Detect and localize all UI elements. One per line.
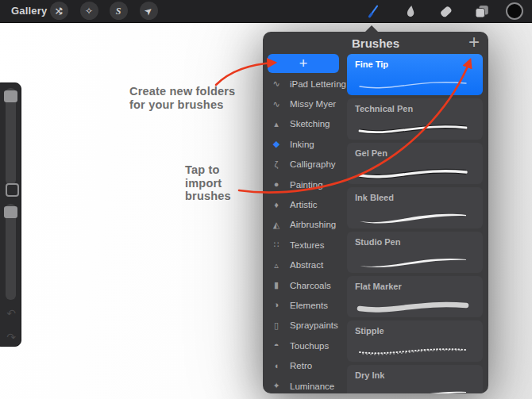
category-icon: ◑ [263, 301, 290, 309]
brush-card[interactable]: Dry Ink [347, 365, 483, 393]
brush-name: Studio Pen [355, 237, 400, 247]
category-icon: ∷ [263, 240, 290, 249]
category-label: iPad Lettering [290, 79, 346, 89]
brush-category-item[interactable]: ∷ Textures [263, 235, 347, 255]
category-label: Missy Myer [290, 99, 336, 109]
category-icon: ζ [263, 160, 290, 169]
brush-card[interactable]: Flat Marker [347, 276, 483, 317]
tool-icon: ✧ [85, 6, 93, 16]
brush-category-item[interactable]: ζ Calligraphy [263, 155, 347, 175]
category-label: Calligraphy [290, 159, 336, 169]
category-label: Elements [290, 301, 328, 310]
category-icon: ▮ [263, 281, 290, 290]
opacity-slider-handle[interactable] [4, 206, 17, 218]
brush-icon [364, 2, 382, 20]
brush-name: Stipple [355, 326, 384, 336]
category-label: Touchups [290, 341, 329, 351]
brush-sidebar: ↶ ↷ [0, 82, 21, 347]
brush-stroke-preview [353, 296, 472, 317]
category-icon: ♦ [263, 201, 290, 209]
undo-icon[interactable]: ↶ [2, 307, 20, 320]
size-slider-handle[interactable] [4, 90, 17, 102]
category-icon: ∿ [263, 100, 290, 109]
brush-name: Flat Marker [355, 282, 402, 291]
brush-card[interactable]: Technical Pen [347, 98, 483, 140]
eraser-tool-button[interactable] [436, 2, 455, 21]
brush-name: Dry Ink [355, 370, 384, 380]
brush-stroke-preview [353, 340, 472, 361]
tool-icon: ➤ [142, 5, 154, 17]
brush-category-list: ∿ iPad Lettering ∿ Missy Myer ▴ Sketchin… [263, 74, 347, 393]
color-tool-button[interactable] [506, 2, 523, 20]
category-icon: ◆ [263, 140, 290, 148]
brushes-panel: Brushes + + ∿ iPad Lettering ∿ Missy Mye… [263, 32, 488, 393]
category-icon: ∿ [263, 79, 290, 88]
brush-card[interactable]: Gel Pen [347, 143, 483, 184]
brush-stroke-preview [353, 118, 472, 139]
import-brush-plus-button[interactable]: + [468, 32, 480, 53]
annotation-line: Tap to [185, 163, 231, 177]
brush-category-item[interactable]: ▮ Charcoals [263, 275, 347, 295]
category-icon: ▴ [263, 120, 290, 129]
annotation-line: brushes [185, 190, 231, 203]
toolbar-tool-button[interactable]: ➤ [140, 2, 158, 20]
top-toolbar: Gallery ⚒ ✧ S ➤ [0, 0, 532, 23]
brush-category-item[interactable]: ▯ Spraypaints [263, 316, 347, 336]
category-icon: ● [263, 180, 290, 189]
brush-category-item[interactable]: ◑ Elements [263, 295, 347, 315]
panel-title: Brushes [263, 36, 488, 50]
category-label: Inking [290, 140, 314, 149]
category-label: Airbrushing [290, 220, 336, 229]
brush-list: Fine Tip Technical Pen Gel Pen Ink Bleed… [347, 54, 483, 393]
brush-card[interactable]: Fine Tip [347, 54, 483, 95]
layers-icon [473, 3, 490, 20]
new-folder-button[interactable]: + [268, 54, 339, 73]
brush-category-item[interactable]: ▵ Abstract [263, 255, 347, 275]
annotation-line: import [185, 177, 231, 190]
layers-tool-button[interactable] [472, 2, 491, 21]
toolbar-tool-button[interactable]: ✧ [80, 2, 98, 20]
category-label: Artistic [290, 200, 318, 209]
tool-icon: S [116, 6, 121, 16]
tap-import-annotation: Tap to import brushes [185, 163, 231, 203]
category-label: Textures [290, 240, 324, 250]
plus-icon: + [299, 56, 308, 71]
brush-category-item[interactable]: ∿ Missy Myer [263, 94, 347, 113]
brush-category-item[interactable]: ∿ iPad Lettering [263, 74, 347, 94]
brush-card[interactable]: Studio Pen [347, 232, 483, 273]
smudge-icon [402, 3, 418, 20]
brush-category-item[interactable]: ◭ Airbrushing [263, 215, 347, 235]
toolbar-tool-button[interactable]: S [110, 2, 128, 20]
category-label: Abstract [290, 260, 323, 270]
category-icon: ▯ [263, 321, 290, 330]
brush-category-item[interactable]: ▴ Sketching [263, 114, 347, 134]
category-label: Spraypaints [290, 320, 338, 330]
category-label: Retro [290, 361, 312, 370]
brush-tool-button[interactable] [364, 2, 383, 21]
toolbar-tool-button[interactable]: ⚒ [50, 2, 68, 20]
brush-category-item[interactable]: ● Painting [263, 175, 347, 194]
size-slider[interactable] [6, 88, 16, 185]
opacity-slider[interactable] [6, 204, 16, 300]
brush-name: Ink Bleed [355, 193, 394, 202]
modify-button[interactable] [6, 183, 19, 197]
smudge-tool-button[interactable] [400, 2, 419, 21]
annotation-line: for your brushes [129, 98, 235, 112]
category-label: Painting [290, 180, 323, 190]
procreate-app: Gallery ⚒ ✧ S ➤ [0, 0, 532, 399]
brush-card[interactable]: Ink Bleed [347, 187, 483, 228]
redo-icon[interactable]: ↷ [2, 331, 20, 343]
brush-category-item[interactable]: ✦ Luminance [263, 376, 347, 393]
category-icon: ✦ [263, 382, 290, 390]
brush-category-item[interactable]: ◖ Retro [263, 355, 347, 375]
brush-category-item[interactable]: ◆ Inking [263, 134, 347, 154]
gallery-button[interactable]: Gallery [11, 0, 48, 22]
category-icon: ◭ [263, 221, 290, 229]
category-icon: ▵ [263, 261, 290, 270]
brush-card[interactable]: Stipple [347, 320, 483, 362]
eraser-icon [438, 3, 454, 20]
brush-category-item[interactable]: ♦ Artistic [263, 194, 347, 214]
category-label: Sketching [290, 119, 330, 129]
brush-category-item[interactable]: ◓ Touchups [263, 336, 347, 355]
brush-stroke-preview [353, 385, 472, 393]
